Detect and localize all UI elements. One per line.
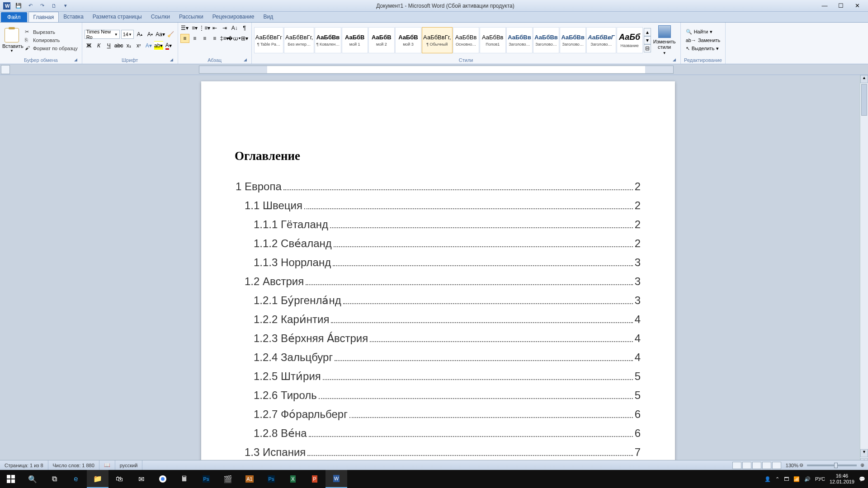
style-item[interactable]: АаБбВвГг¶ Table Pa… bbox=[254, 27, 283, 53]
paste-button[interactable]: Вставить ▼ bbox=[2, 27, 21, 53]
style-item[interactable]: АаБбНазвание bbox=[617, 27, 643, 53]
tray-volume-icon[interactable]: 🔊 bbox=[804, 476, 811, 482]
toc-entry[interactable]: 1.2.8 Ве́на6 bbox=[254, 427, 641, 440]
toc-entry[interactable]: 1.2.7 Фо́рарльберг6 bbox=[254, 408, 641, 421]
tab-Ссылки[interactable]: Ссылки bbox=[146, 12, 175, 22]
justify-button[interactable]: ≡ bbox=[210, 34, 219, 43]
scroll-up-button[interactable]: ▲ bbox=[860, 75, 868, 83]
qat-customize-icon[interactable]: ▾ bbox=[61, 1, 71, 10]
select-button[interactable]: ↖Выделить ▾ bbox=[685, 45, 722, 52]
cut-button[interactable]: ✂Вырезать bbox=[23, 28, 80, 36]
clear-format-button[interactable]: 🧹 bbox=[166, 30, 175, 39]
photoshop2-icon[interactable]: Ps bbox=[260, 470, 282, 488]
styles-more-button[interactable]: ⊟ bbox=[644, 44, 651, 52]
tray-network-icon[interactable]: 📶 bbox=[793, 476, 800, 482]
powerpoint-icon[interactable]: P bbox=[304, 470, 326, 488]
show-marks-button[interactable]: ¶ bbox=[240, 23, 249, 33]
toc-entry[interactable]: 1 Европа2 bbox=[236, 180, 641, 193]
style-item[interactable]: АаБбВвПопов1 bbox=[480, 27, 506, 53]
sort-button[interactable]: A↓ bbox=[230, 23, 239, 33]
dialog-launcher-icon[interactable]: ◢ bbox=[243, 57, 248, 63]
toc-entry[interactable]: 1.3 Испания7 bbox=[245, 446, 641, 459]
toc-entry[interactable]: 1.2.4 Зальцбург4 bbox=[254, 351, 641, 364]
scroll-down-button[interactable]: ▼ bbox=[860, 449, 868, 457]
start-button[interactable] bbox=[0, 470, 22, 488]
tray-language[interactable]: РУС bbox=[815, 476, 825, 482]
minimize-button[interactable]: — bbox=[818, 2, 831, 10]
toc-entry[interactable]: 1.1.2 Све́аланд2 bbox=[254, 237, 641, 250]
vertical-scrollbar[interactable]: ▲ ▼ ⬘ ⬙ bbox=[860, 75, 868, 475]
document-area[interactable]: Оглавление 1 Европа21.1 Швеция21.1.1 Гёт… bbox=[0, 75, 860, 475]
font-size-combo[interactable]: 14▼ bbox=[121, 30, 134, 39]
format-painter-button[interactable]: 🖌Формат по образцу bbox=[23, 44, 80, 52]
dialog-launcher-icon[interactable]: ◢ bbox=[169, 57, 175, 63]
photoshop-icon[interactable]: Ps bbox=[195, 470, 217, 488]
app-icon[interactable]: A1 bbox=[239, 470, 260, 488]
edge-icon[interactable]: e bbox=[65, 470, 87, 488]
style-item[interactable]: АаБбВмой 3 bbox=[395, 27, 421, 53]
draft-view-button[interactable] bbox=[772, 462, 781, 469]
tab-Рассылки[interactable]: Рассылки bbox=[175, 12, 208, 22]
multilevel-button[interactable]: ⋮≡▾ bbox=[200, 23, 209, 33]
toc-entry[interactable]: 1.2.6 Тироль5 bbox=[254, 389, 641, 402]
close-button[interactable]: ✕ bbox=[851, 2, 863, 10]
align-right-button[interactable]: ≡ bbox=[200, 34, 209, 43]
style-item[interactable]: АаБбВв¶ Ковален… bbox=[315, 27, 341, 53]
word-count[interactable]: Число слов: 1 880 bbox=[48, 460, 99, 470]
mail-icon[interactable]: ✉ bbox=[130, 470, 152, 488]
underline-button[interactable]: Ч bbox=[104, 41, 113, 50]
tab-Рецензирование[interactable]: Рецензирование bbox=[208, 12, 259, 22]
style-item[interactable]: АаБбВвЗаголово… bbox=[506, 27, 533, 53]
toc-entry[interactable]: 1.2.1 Бу́ргенла́нд3 bbox=[254, 294, 641, 307]
zoom-level[interactable]: 130% bbox=[786, 463, 798, 468]
scroll-thumb[interactable] bbox=[861, 84, 867, 116]
numbering-button[interactable]: ≡▾ bbox=[190, 23, 199, 33]
excel-icon[interactable]: X bbox=[282, 470, 304, 488]
change-styles-button[interactable]: Изменить стили▼ bbox=[651, 24, 678, 56]
fullscreen-view-button[interactable] bbox=[742, 462, 751, 469]
horizontal-ruler[interactable] bbox=[199, 66, 674, 74]
grow-font-button[interactable]: A▴ bbox=[135, 30, 144, 39]
page[interactable]: Оглавление 1 Европа21.1 Швеция21.1.1 Гёт… bbox=[201, 81, 675, 475]
copy-button[interactable]: ⎘Копировать bbox=[23, 36, 80, 44]
increase-indent-button[interactable]: ⇥ bbox=[220, 23, 229, 33]
styles-row-up-button[interactable]: ▴ bbox=[644, 28, 651, 36]
tray-expand-icon[interactable]: ⌃ bbox=[775, 476, 779, 482]
undo-button[interactable]: ↶ bbox=[25, 1, 35, 10]
find-button[interactable]: 🔍Найти ▾ bbox=[685, 28, 722, 36]
toc-entry[interactable]: 1.1 Швеция2 bbox=[245, 199, 641, 212]
style-item[interactable]: АаБбВвЗаголово… bbox=[533, 27, 559, 53]
store-icon[interactable]: 🛍 bbox=[108, 470, 130, 488]
borders-button[interactable]: ⊞▾ bbox=[240, 34, 249, 43]
style-item[interactable]: АаБбВвГг,¶ Обычный bbox=[422, 27, 452, 53]
bullets-button[interactable]: ☰▾ bbox=[180, 23, 189, 33]
tab-Главная[interactable]: Главная bbox=[28, 12, 59, 22]
font-color-button[interactable]: A▾ bbox=[164, 41, 173, 50]
toc-entry[interactable]: 1.2 Австрия3 bbox=[245, 275, 641, 288]
chrome-icon[interactable] bbox=[152, 470, 174, 488]
tab-Вставка[interactable]: Вставка bbox=[59, 12, 88, 22]
text-effects-button[interactable]: A▾ bbox=[144, 41, 153, 50]
page-status[interactable]: Страница: 1 из 8 bbox=[0, 460, 48, 470]
shrink-font-button[interactable]: A▾ bbox=[146, 30, 155, 39]
dialog-launcher-icon[interactable]: ◢ bbox=[672, 57, 677, 63]
language-status[interactable]: русский bbox=[115, 460, 142, 470]
task-view-button[interactable]: ⧉ bbox=[43, 470, 65, 488]
file-tab[interactable]: Файл bbox=[1, 12, 27, 22]
style-item[interactable]: АаБбВвОсновно… bbox=[453, 27, 479, 53]
toc-entry[interactable]: 1.2.2 Кари́нтия4 bbox=[254, 313, 641, 326]
style-item[interactable]: АаБбВвГг,Без интер… bbox=[284, 27, 314, 53]
superscript-button[interactable]: x² bbox=[134, 41, 143, 50]
zoom-out-button[interactable]: ⊖ bbox=[799, 462, 803, 468]
tray-people-icon[interactable]: 👤 bbox=[764, 476, 771, 482]
zoom-slider[interactable] bbox=[807, 465, 857, 466]
shading-button[interactable]: �ധ▾ bbox=[230, 34, 239, 43]
word-taskbar-icon[interactable]: W bbox=[326, 470, 347, 488]
subscript-button[interactable]: x₂ bbox=[124, 41, 133, 50]
strike-button[interactable]: abc bbox=[114, 41, 123, 50]
highlight-button[interactable]: ab▾ bbox=[154, 41, 163, 50]
tray-clock[interactable]: 16:4612.01.2019 bbox=[830, 473, 854, 485]
new-doc-button[interactable]: 🗋 bbox=[49, 1, 59, 10]
style-item[interactable]: АаБбВвГЗаголово… bbox=[586, 27, 616, 53]
calculator-icon[interactable]: 🖩 bbox=[174, 470, 195, 488]
